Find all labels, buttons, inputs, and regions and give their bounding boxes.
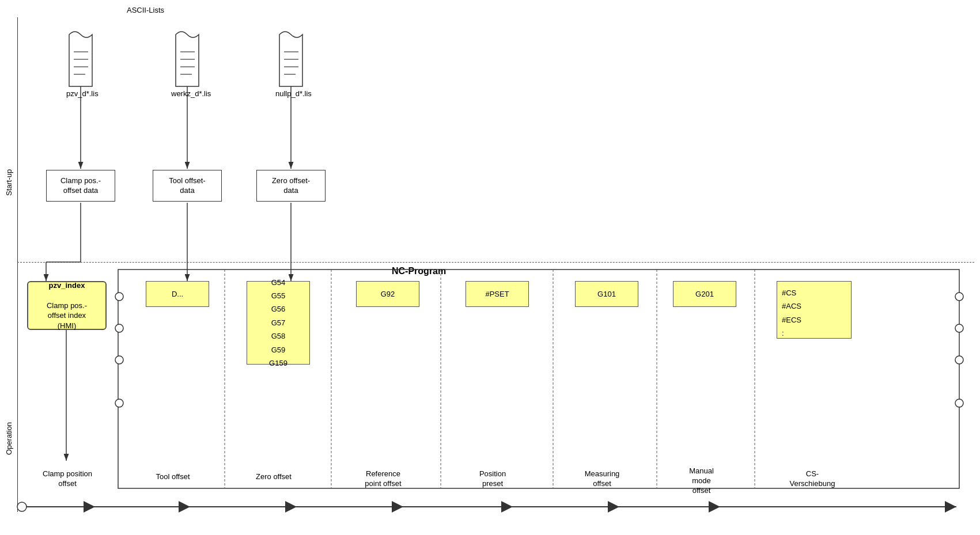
col-label-zero-offset: Zero offset	[230, 472, 317, 482]
svg-point-31	[955, 293, 963, 301]
diagram-svg	[0, 0, 980, 535]
doc-icon-nullp	[279, 32, 302, 86]
svg-point-38	[115, 399, 123, 407]
doc-icon-pzv	[69, 32, 92, 86]
svg-point-34	[955, 399, 963, 407]
box-d: D...	[146, 281, 209, 307]
nc-program-title: NC-Program	[392, 266, 446, 276]
vertical-axis-line	[17, 17, 18, 512]
box-tool-offset: Tool offset-data	[153, 170, 222, 202]
svg-marker-45	[501, 501, 513, 513]
svg-marker-47	[709, 501, 720, 513]
svg-point-37	[115, 356, 123, 364]
box-g92: G92	[356, 281, 419, 307]
box-zero-offset: Zero offset-data	[256, 170, 326, 202]
svg-point-39	[17, 502, 27, 511]
file-label-nullp: nullp_d*.lis	[275, 89, 312, 98]
box-clamp-pos-offset: Clamp pos.-offset data	[46, 170, 115, 202]
col-label-cs-verschiebung: CS-Verschiebung	[766, 469, 858, 489]
svg-point-36	[115, 324, 123, 332]
svg-point-32	[955, 324, 963, 332]
svg-marker-44	[392, 501, 403, 513]
col-label-measuring: Measuringoffset	[562, 469, 642, 489]
section-divider	[17, 262, 974, 263]
diagram-container: Start-up Operation ASCII-Lists NC-Progra…	[0, 0, 980, 535]
svg-marker-42	[179, 501, 190, 513]
svg-marker-43	[285, 501, 297, 513]
col-label-manual-mode: Manualmodeoffset	[660, 466, 743, 496]
box-g101: G101	[575, 281, 638, 307]
file-label-pzv: pzv_d*.lis	[66, 89, 99, 98]
col-label-ref-point: Referencepoint offset	[340, 469, 426, 489]
file-label-werkz: werkz_d*.lis	[171, 89, 211, 98]
col-label-tool-offset: Tool offset	[135, 472, 210, 482]
box-g54-g159: G54G55G56G57G58G59G159	[247, 281, 310, 365]
svg-marker-41	[84, 501, 95, 513]
svg-point-35	[115, 293, 123, 301]
col-label-clamp-pos: Clamp positionoffset	[27, 469, 108, 489]
box-cs-acs-ecs: #CS #ACS #ECS :	[777, 281, 852, 339]
col-label-pos-preset: Positionpreset	[452, 469, 533, 489]
doc-icon-werkz	[176, 32, 199, 86]
startup-label: Start-up	[5, 35, 13, 196]
svg-marker-46	[608, 501, 619, 513]
box-g201: G201	[673, 281, 736, 307]
svg-point-33	[955, 356, 963, 364]
operation-label: Operation	[5, 282, 13, 455]
box-pzv-index: pzv_index Clamp pos.-offset index(HMI)	[27, 281, 107, 330]
box-pset: #PSET	[466, 281, 529, 307]
ascii-lists-label: ASCII-Lists	[127, 6, 164, 14]
svg-marker-48	[945, 501, 956, 513]
